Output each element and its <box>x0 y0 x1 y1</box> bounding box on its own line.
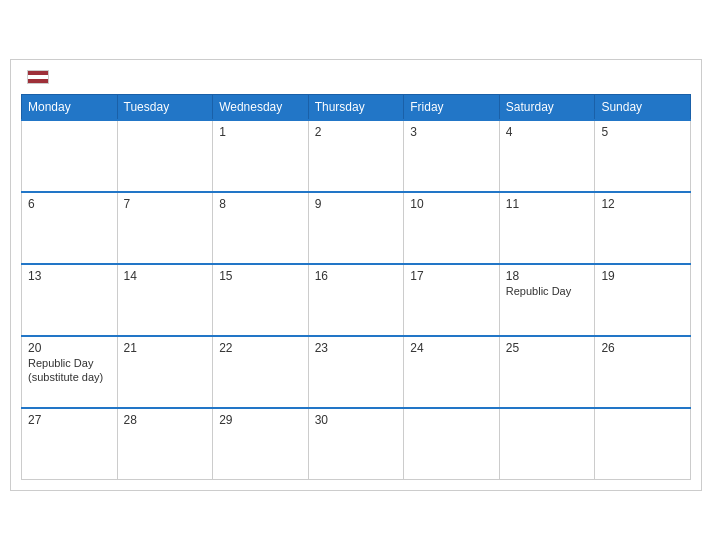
day-number: 14 <box>124 269 207 283</box>
day-number: 11 <box>506 197 589 211</box>
calendar-day-cell: 18Republic Day <box>499 264 595 336</box>
day-number: 21 <box>124 341 207 355</box>
day-number: 7 <box>124 197 207 211</box>
calendar-day-cell: 24 <box>404 336 500 408</box>
day-number: 5 <box>601 125 684 139</box>
day-event: Republic Day <box>28 357 111 369</box>
calendar-day-cell: 21 <box>117 336 213 408</box>
day-number: 17 <box>410 269 493 283</box>
day-number: 15 <box>219 269 302 283</box>
calendar-day-cell: 8 <box>213 192 309 264</box>
calendar-day-cell <box>22 120 118 192</box>
calendar-day-cell <box>499 408 595 480</box>
calendar-week-row: 27282930 <box>22 408 691 480</box>
day-number: 24 <box>410 341 493 355</box>
day-number: 13 <box>28 269 111 283</box>
day-number: 9 <box>315 197 398 211</box>
weekday-header-friday: Friday <box>404 94 500 120</box>
day-number: 16 <box>315 269 398 283</box>
calendar-day-cell: 7 <box>117 192 213 264</box>
calendar-day-cell <box>595 408 691 480</box>
calendar-day-cell: 17 <box>404 264 500 336</box>
day-number: 6 <box>28 197 111 211</box>
weekday-header-monday: Monday <box>22 94 118 120</box>
day-number: 10 <box>410 197 493 211</box>
calendar-day-cell: 25 <box>499 336 595 408</box>
weekday-header-sunday: Sunday <box>595 94 691 120</box>
calendar-day-cell: 26 <box>595 336 691 408</box>
calendar-container: MondayTuesdayWednesdayThursdayFridaySatu… <box>10 59 702 492</box>
calendar-week-row: 20Republic Day(substitute day)2122232425… <box>22 336 691 408</box>
day-number: 22 <box>219 341 302 355</box>
calendar-day-cell: 14 <box>117 264 213 336</box>
day-number: 19 <box>601 269 684 283</box>
day-event: (substitute day) <box>28 371 111 383</box>
calendar-day-cell: 27 <box>22 408 118 480</box>
calendar-day-cell: 19 <box>595 264 691 336</box>
calendar-day-cell: 5 <box>595 120 691 192</box>
calendar-grid: MondayTuesdayWednesdayThursdayFridaySatu… <box>21 94 691 481</box>
weekdays-row: MondayTuesdayWednesdayThursdayFridaySatu… <box>22 94 691 120</box>
calendar-day-cell: 4 <box>499 120 595 192</box>
day-number: 2 <box>315 125 398 139</box>
calendar-day-cell: 28 <box>117 408 213 480</box>
day-number: 25 <box>506 341 589 355</box>
calendar-day-cell: 1 <box>213 120 309 192</box>
weekday-header-tuesday: Tuesday <box>117 94 213 120</box>
calendar-day-cell: 30 <box>308 408 404 480</box>
calendar-day-cell: 20Republic Day(substitute day) <box>22 336 118 408</box>
calendar-day-cell <box>404 408 500 480</box>
calendar-day-cell: 2 <box>308 120 404 192</box>
day-number: 29 <box>219 413 302 427</box>
calendar-day-cell: 16 <box>308 264 404 336</box>
day-number: 12 <box>601 197 684 211</box>
logo <box>25 70 49 84</box>
calendar-day-cell: 11 <box>499 192 595 264</box>
calendar-week-row: 12345 <box>22 120 691 192</box>
calendar-day-cell: 29 <box>213 408 309 480</box>
day-number: 26 <box>601 341 684 355</box>
calendar-day-cell: 6 <box>22 192 118 264</box>
calendar-day-cell: 12 <box>595 192 691 264</box>
day-number: 27 <box>28 413 111 427</box>
day-number: 20 <box>28 341 111 355</box>
calendar-day-cell: 3 <box>404 120 500 192</box>
calendar-day-cell: 15 <box>213 264 309 336</box>
calendar-day-cell: 22 <box>213 336 309 408</box>
day-number: 8 <box>219 197 302 211</box>
day-number: 1 <box>219 125 302 139</box>
calendar-week-row: 131415161718Republic Day19 <box>22 264 691 336</box>
calendar-day-cell <box>117 120 213 192</box>
weekday-header-wednesday: Wednesday <box>213 94 309 120</box>
calendar-week-row: 6789101112 <box>22 192 691 264</box>
day-number: 3 <box>410 125 493 139</box>
calendar-day-cell: 13 <box>22 264 118 336</box>
weekday-header-thursday: Thursday <box>308 94 404 120</box>
calendar-body: 123456789101112131415161718Republic Day1… <box>22 120 691 480</box>
calendar-header <box>21 70 691 84</box>
calendar-weekdays-header: MondayTuesdayWednesdayThursdayFridaySatu… <box>22 94 691 120</box>
day-number: 28 <box>124 413 207 427</box>
day-number: 4 <box>506 125 589 139</box>
calendar-day-cell: 23 <box>308 336 404 408</box>
calendar-day-cell: 9 <box>308 192 404 264</box>
day-event: Republic Day <box>506 285 589 297</box>
day-number: 23 <box>315 341 398 355</box>
weekday-header-saturday: Saturday <box>499 94 595 120</box>
day-number: 18 <box>506 269 589 283</box>
day-number: 30 <box>315 413 398 427</box>
logo-flag-icon <box>27 70 49 84</box>
calendar-day-cell: 10 <box>404 192 500 264</box>
